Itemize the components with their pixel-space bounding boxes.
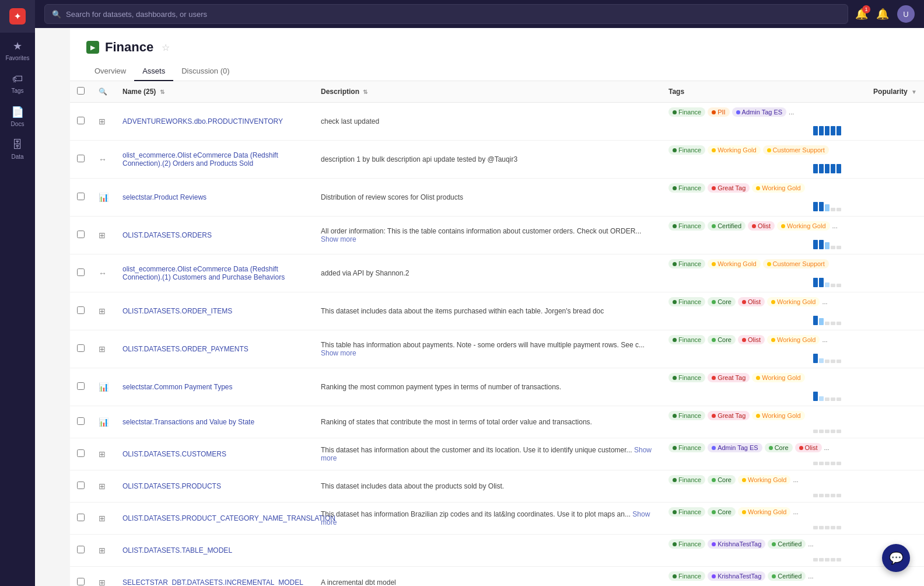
tag-working-gold[interactable]: Working Gold (777, 221, 830, 231)
tag-finance[interactable]: Finance (668, 107, 705, 117)
tag-finance[interactable]: Finance (668, 373, 705, 382)
row-name[interactable]: OLIST.DATASETS.ORDERS (116, 217, 314, 254)
tag-olist[interactable]: Olist (738, 335, 765, 344)
row-checkbox-12[interactable] (77, 546, 85, 553)
row-checkbox-0[interactable] (77, 117, 85, 124)
tag-great-tag[interactable]: Great Tag (708, 411, 750, 420)
tag-more[interactable]: ... (808, 573, 813, 580)
row-checkbox-3[interactable] (77, 231, 85, 238)
row-checkbox-1[interactable] (77, 155, 85, 162)
tag-finance[interactable]: Finance (668, 571, 705, 581)
row-name[interactable]: OLIST.DATASETS.ORDER_ITEMS (116, 292, 314, 330)
row-name[interactable]: SELECTSTAR_DBT.DATASETS.INCREMENTAL_MODE… (116, 567, 314, 587)
tag-finance[interactable]: Finance (668, 443, 705, 452)
tag-working-gold[interactable]: Working Gold (708, 145, 760, 155)
tag-core[interactable]: Core (765, 443, 793, 452)
tag-more[interactable]: ... (822, 298, 827, 305)
tag-customer-support[interactable]: Customer Support (763, 145, 829, 155)
tag-certified[interactable]: Certified (768, 539, 806, 549)
row-checkbox-5[interactable] (77, 306, 85, 314)
sidebar-item-favorites[interactable]: ★ Favorites (0, 33, 35, 66)
tag-certified[interactable]: Certified (708, 221, 746, 231)
row-checkbox-8[interactable] (77, 417, 85, 425)
show-more-link[interactable]: Show more (321, 510, 650, 526)
search-filter-icon[interactable]: 🔍 (99, 88, 107, 96)
tag-admin[interactable]: Admin Tag ES (708, 443, 762, 452)
row-checkbox-7[interactable] (77, 382, 85, 390)
tag-working-gold[interactable]: Working Gold (752, 411, 804, 420)
row-name[interactable]: ADVENTUREWORKS.dbo.PRODUCTINVENTORY (116, 103, 314, 141)
row-name[interactable]: olist_ecommerce.Olist eCommerce Data (Re… (116, 141, 314, 179)
show-more-link[interactable]: Show more (321, 349, 356, 357)
tag-great-tag[interactable]: Great Tag (708, 373, 750, 382)
tag-working-gold[interactable]: Working Gold (738, 507, 790, 517)
tag-more[interactable]: ... (808, 540, 813, 547)
search-bar[interactable]: 🔍 (44, 4, 848, 24)
tag-more[interactable]: ... (824, 444, 830, 451)
row-name[interactable]: olist_ecommerce.Olist eCommerce Data (Re… (116, 254, 314, 292)
tag-more[interactable]: ... (822, 336, 827, 343)
tag-great-tag[interactable]: Great Tag (708, 183, 750, 193)
notifications-button[interactable]: 🔔 1 (855, 8, 868, 20)
tag-working-gold[interactable]: Working Gold (752, 373, 804, 382)
row-checkbox-9[interactable] (77, 449, 85, 457)
tag-olist[interactable]: Olist (795, 443, 822, 452)
tag-finance[interactable]: Finance (668, 475, 705, 484)
row-checkbox-10[interactable] (77, 482, 85, 489)
row-name[interactable]: OLIST.DATASETS.PRODUCT_CATEGORY_NAME_TRA… (116, 503, 314, 535)
tag-finance[interactable]: Finance (668, 145, 705, 155)
row-name[interactable]: selectstar.Transactions and Value by Sta… (116, 406, 314, 438)
tag-working-gold[interactable]: Working Gold (767, 335, 820, 344)
tag-more[interactable]: ... (832, 222, 838, 229)
row-name[interactable]: OLIST.DATASETS.CUSTOMERS (116, 438, 314, 470)
favorite-star[interactable]: ☆ (162, 42, 170, 53)
row-checkbox-11[interactable] (77, 514, 85, 521)
tag-finance[interactable]: Finance (668, 335, 705, 344)
tag-finance[interactable]: Finance (668, 297, 705, 306)
tab-overview[interactable]: Overview (86, 62, 134, 81)
sidebar-item-docs[interactable]: 📄 Docs (0, 99, 35, 132)
popularity-header[interactable]: Popularity ▼ (848, 81, 924, 103)
tag-working-gold[interactable]: Working Gold (708, 259, 760, 268)
tag-finance[interactable]: Finance (668, 411, 705, 420)
tag-more[interactable]: ... (793, 508, 798, 515)
select-all-checkbox[interactable] (77, 87, 85, 95)
description-header[interactable]: Description ⇅ (314, 81, 662, 103)
tag-core[interactable]: Core (708, 297, 736, 306)
name-header[interactable]: Name (25) ⇅ (116, 81, 314, 103)
row-name[interactable]: OLIST.DATASETS.ORDER_PAYMENTS (116, 330, 314, 368)
sidebar-item-data[interactable]: 🗄 Data (0, 132, 35, 165)
sidebar-item-tags[interactable]: 🏷 Tags (0, 66, 35, 99)
tag-finance[interactable]: Finance (668, 183, 705, 193)
tag-olist[interactable]: Olist (738, 297, 765, 306)
chat-bubble-button[interactable]: 💬 (882, 544, 910, 572)
row-name[interactable]: selectstar.Product Reviews (116, 179, 314, 217)
tag-working-gold[interactable]: Working Gold (752, 183, 804, 193)
search-input[interactable] (66, 10, 841, 19)
logo[interactable]: ✦ (0, 0, 35, 33)
tag-working-gold[interactable]: Working Gold (767, 297, 820, 306)
tag-finance[interactable]: Finance (668, 221, 705, 231)
tag-more[interactable]: ... (789, 109, 794, 116)
tag-customer-support[interactable]: Customer Support (763, 259, 829, 268)
row-checkbox-4[interactable] (77, 268, 85, 276)
row-name[interactable]: OLIST.DATASETS.PRODUCTS (116, 470, 314, 503)
show-more-link[interactable]: Show more (321, 235, 356, 243)
bell-icon-2[interactable]: 🔔 (876, 8, 889, 20)
show-more-link[interactable]: Show more (321, 446, 652, 462)
tag-krishna[interactable]: KrishnaTestTag (708, 571, 765, 581)
tag-core[interactable]: Core (708, 475, 736, 484)
row-checkbox-6[interactable] (77, 344, 85, 352)
tag-pii[interactable]: PII (708, 107, 729, 117)
tag-more[interactable]: ... (793, 476, 798, 483)
avatar[interactable]: U (897, 5, 915, 23)
row-checkbox-13[interactable] (77, 578, 85, 585)
tag-core[interactable]: Core (708, 335, 736, 344)
tag-working-gold[interactable]: Working Gold (738, 475, 790, 484)
tag-finance[interactable]: Finance (668, 259, 705, 268)
tag-finance[interactable]: Finance (668, 507, 705, 517)
tag-certified[interactable]: Certified (768, 571, 806, 581)
tag-admin[interactable]: Admin Tag ES (732, 107, 787, 117)
tag-krishna[interactable]: KrishnaTestTag (708, 539, 765, 549)
row-name[interactable]: selectstar.Common Payment Types (116, 368, 314, 406)
